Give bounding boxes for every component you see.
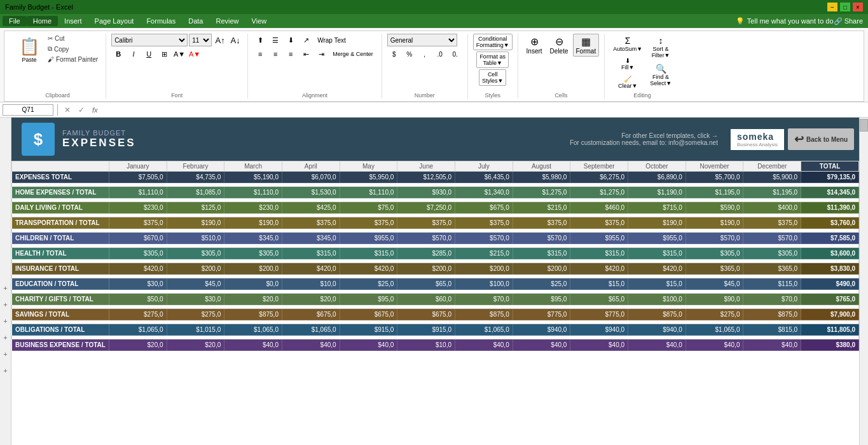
copy-button[interactable]: ⧉ Copy bbox=[45, 44, 100, 54]
expand-6-button[interactable]: + bbox=[3, 367, 7, 374]
data-cell[interactable]: $875,0 bbox=[628, 309, 686, 320]
data-cell[interactable]: $275,0 bbox=[109, 309, 167, 320]
expand-5-button[interactable]: + bbox=[3, 350, 7, 358]
data-cell[interactable]: $40,0 bbox=[282, 339, 340, 351]
data-cell[interactable]: $275,0 bbox=[167, 309, 224, 320]
data-cell[interactable]: $1,065,0 bbox=[455, 324, 513, 336]
confirm-formula-button[interactable]: ✓ bbox=[76, 106, 87, 114]
data-cell[interactable]: $20,0 bbox=[282, 294, 340, 305]
data-cell[interactable]: $365,0 bbox=[685, 263, 743, 275]
underline-button[interactable]: U bbox=[142, 48, 156, 60]
data-cell[interactable]: $40,0 bbox=[743, 339, 801, 351]
data-cell[interactable]: $1,065,0 bbox=[685, 324, 743, 336]
data-cell[interactable]: $40,0 bbox=[455, 339, 513, 351]
data-cell[interactable]: $200,0 bbox=[513, 263, 570, 275]
data-cell[interactable]: $570,0 bbox=[455, 233, 513, 244]
align-bottom-button[interactable]: ⬇ bbox=[284, 34, 298, 46]
expand-2-button[interactable]: + bbox=[3, 301, 7, 308]
format-painter-button[interactable]: 🖌 Format Painter bbox=[45, 55, 100, 64]
close-button[interactable]: × bbox=[853, 3, 863, 11]
data-cell[interactable]: $40,0 bbox=[685, 339, 743, 351]
data-cell[interactable]: $570,0 bbox=[743, 233, 801, 244]
data-cell[interactable]: $1,275,0 bbox=[513, 187, 570, 198]
data-cell[interactable]: $100,0 bbox=[628, 294, 686, 305]
insert-function-button[interactable]: fx bbox=[90, 106, 100, 114]
menu-data[interactable]: Data bbox=[182, 16, 209, 26]
font-grow-button[interactable]: A↑ bbox=[213, 34, 227, 46]
data-cell[interactable]: $375,0 bbox=[513, 217, 570, 229]
data-cell[interactable]: $25,0 bbox=[340, 278, 397, 290]
increase-indent-button[interactable]: ⇥ bbox=[314, 48, 328, 60]
data-cell[interactable]: $675,0 bbox=[282, 309, 340, 320]
data-cell[interactable]: $675,0 bbox=[340, 309, 397, 320]
data-cell[interactable]: $670,0 bbox=[109, 233, 167, 244]
insert-button[interactable]: ⊕ Insert bbox=[523, 34, 546, 57]
cut-button[interactable]: ✂ Cut bbox=[45, 34, 100, 43]
data-cell[interactable]: $305,0 bbox=[167, 248, 224, 259]
data-cell[interactable]: $200,0 bbox=[167, 263, 224, 275]
border-button[interactable]: ⊞ bbox=[157, 48, 171, 60]
tell-me-box[interactable]: 💡 Tell me what you want to do bbox=[736, 17, 834, 25]
data-cell[interactable]: $60,0 bbox=[397, 294, 455, 305]
font-size-select[interactable]: 11 bbox=[189, 34, 212, 46]
data-cell[interactable]: $45,0 bbox=[685, 278, 743, 290]
decrease-indent-button[interactable]: ⇤ bbox=[299, 48, 313, 60]
data-cell[interactable]: $230,0 bbox=[109, 202, 167, 214]
data-cell[interactable]: $5,190,0 bbox=[224, 172, 282, 183]
autosum-button[interactable]: Σ AutoSum▼ bbox=[610, 34, 645, 54]
data-cell[interactable]: $20,0 bbox=[167, 339, 224, 351]
data-cell[interactable]: $875,0 bbox=[224, 309, 282, 320]
data-cell[interactable]: $675,0 bbox=[455, 202, 513, 214]
data-cell[interactable]: $7,505,0 bbox=[109, 172, 167, 183]
fill-color-button[interactable]: A▼ bbox=[172, 48, 186, 60]
data-cell[interactable]: $930,0 bbox=[397, 187, 455, 198]
data-cell[interactable]: $5,900,0 bbox=[743, 172, 801, 183]
data-cell[interactable]: $375,0 bbox=[397, 217, 455, 229]
data-cell[interactable]: $1,065,0 bbox=[224, 324, 282, 336]
data-cell[interactable]: $7,250,0 bbox=[397, 202, 455, 214]
data-cell[interactable]: $1,015,0 bbox=[167, 324, 224, 336]
number-format-select[interactable]: General bbox=[387, 34, 457, 46]
data-cell[interactable]: $90,0 bbox=[685, 294, 743, 305]
data-cell[interactable]: $1,275,0 bbox=[570, 187, 628, 198]
data-cell[interactable]: $275,0 bbox=[685, 309, 743, 320]
align-middle-button[interactable]: ☰ bbox=[268, 34, 282, 46]
data-cell[interactable]: $200,0 bbox=[455, 263, 513, 275]
data-cell[interactable]: $15,0 bbox=[628, 278, 686, 290]
data-cell[interactable]: $5,700,0 bbox=[685, 172, 743, 183]
comma-button[interactable]: , bbox=[418, 48, 432, 60]
data-cell[interactable]: $125,0 bbox=[167, 202, 224, 214]
data-cell[interactable]: $940,0 bbox=[513, 324, 570, 336]
data-cell[interactable]: $420,0 bbox=[282, 263, 340, 275]
data-cell[interactable]: $400,0 bbox=[743, 202, 801, 214]
data-cell[interactable]: $955,0 bbox=[628, 233, 686, 244]
data-cell[interactable]: $315,0 bbox=[282, 248, 340, 259]
data-cell[interactable]: $6,890,0 bbox=[628, 172, 686, 183]
data-cell[interactable]: $375,0 bbox=[570, 217, 628, 229]
data-cell[interactable]: $25,0 bbox=[513, 278, 570, 290]
data-cell[interactable]: $40,0 bbox=[570, 339, 628, 351]
delete-button[interactable]: ⊖ Delete bbox=[547, 34, 572, 57]
italic-button[interactable]: I bbox=[127, 48, 141, 60]
menu-formulas[interactable]: Formulas bbox=[140, 16, 182, 26]
data-cell[interactable]: $45,0 bbox=[167, 278, 224, 290]
cancel-formula-button[interactable]: ✕ bbox=[62, 106, 73, 114]
data-cell[interactable]: $12,505,0 bbox=[397, 172, 455, 183]
data-cell[interactable]: $1,085,0 bbox=[167, 187, 224, 198]
data-cell[interactable]: $940,0 bbox=[570, 324, 628, 336]
percent-button[interactable]: % bbox=[403, 48, 417, 60]
increase-decimal-button[interactable]: 0. bbox=[448, 48, 462, 60]
maximize-button[interactable]: □ bbox=[840, 3, 850, 11]
data-cell[interactable]: $190,0 bbox=[685, 217, 743, 229]
data-cell[interactable]: $570,0 bbox=[685, 233, 743, 244]
data-cell[interactable]: $70,0 bbox=[743, 294, 801, 305]
cell-styles-button[interactable]: CellStyles▼ bbox=[479, 69, 506, 86]
share-button[interactable]: 🔗 Share bbox=[834, 17, 863, 25]
align-top-button[interactable]: ⬆ bbox=[253, 34, 267, 46]
data-cell[interactable]: $115,0 bbox=[743, 278, 801, 290]
data-cell[interactable]: $0,0 bbox=[224, 278, 282, 290]
expand-1-button[interactable]: + bbox=[3, 284, 7, 292]
align-center-button[interactable]: ≡ bbox=[268, 48, 282, 60]
menu-page-layout[interactable]: Page Layout bbox=[88, 16, 141, 26]
data-cell[interactable]: $30,0 bbox=[109, 278, 167, 290]
